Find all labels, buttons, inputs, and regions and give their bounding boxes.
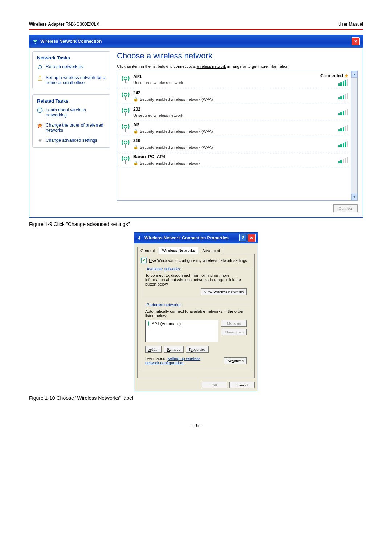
antenna-icon: ❙ <box>147 321 150 326</box>
signal-bars-icon <box>338 93 348 99</box>
lock-icon: 🔒 <box>133 145 138 149</box>
learn-link[interactable]: Learn about setting up wireless network … <box>145 356 211 365</box>
svg-rect-10 <box>125 128 126 132</box>
use-windows-checkbox[interactable]: ✔ Use Windows to configure my wireless n… <box>141 258 251 263</box>
page-number: - 16 - <box>29 423 363 428</box>
change-order[interactable]: Change the order of preferred networks <box>37 123 106 133</box>
signal-bars-icon <box>338 141 348 147</box>
network-item[interactable]: 219 🔒Security-enabled wireless network (… <box>117 136 351 152</box>
move-down-button[interactable]: Move down <box>221 329 247 335</box>
lock-icon: 🔒 <box>133 97 138 102</box>
star-icon: ★ <box>344 73 348 78</box>
add-button[interactable]: Add... <box>145 346 162 353</box>
setup-icon <box>37 75 43 81</box>
network-security: Unsecured wireless network <box>133 113 338 118</box>
change-advanced-settings[interactable]: Change advanced settings <box>37 138 106 144</box>
svg-point-13 <box>124 157 127 160</box>
properties-button[interactable]: Properties <box>186 346 209 353</box>
header-right: User Manual <box>338 22 363 27</box>
remove-button[interactable]: Remove <box>164 346 184 353</box>
svg-rect-8 <box>125 112 126 116</box>
svg-point-7 <box>124 109 127 112</box>
ok-button[interactable]: OK <box>202 382 227 388</box>
tab-general[interactable]: General <box>137 247 158 254</box>
scroll-down-icon[interactable]: ▼ <box>351 194 357 200</box>
available-networks-legend: Available networks: <box>145 267 183 271</box>
down-arrow-icon <box>136 235 142 241</box>
signal-bars-icon <box>338 109 348 115</box>
network-item[interactable]: 202 Unsecured wireless network <box>117 104 351 120</box>
network-security: 🔒Security-enabled wireless network (WPA) <box>133 145 338 149</box>
scroll-up-icon[interactable]: ▲ <box>351 71 357 78</box>
svg-point-5 <box>124 93 127 96</box>
signal-bars-icon <box>338 125 348 131</box>
dialog-close-button[interactable]: ✕ <box>248 234 256 242</box>
signal-icon <box>120 138 131 149</box>
preferred-list[interactable]: ❙ AP1 (Automatic) <box>145 320 218 342</box>
network-list[interactable]: AP1 Unsecured wireless network Connected… <box>117 71 358 201</box>
signal-icon <box>120 106 131 118</box>
svg-rect-14 <box>125 160 126 164</box>
network-item[interactable]: AP 🔒Security-enabled wireless network (W… <box>117 120 351 136</box>
window-title: Wireless Network Connection <box>40 39 102 44</box>
cancel-button[interactable]: Cancel <box>229 382 255 388</box>
list-item[interactable]: ❙ AP1 (Automatic) <box>146 320 218 327</box>
checkbox-icon: ✔ <box>141 258 147 263</box>
properties-dialog: Wireless Network Connection Properties ?… <box>134 232 258 391</box>
network-item[interactable]: 242 🔒Security-enabled wireless network (… <box>117 88 351 104</box>
preferred-networks-legend: Preferred networks: <box>145 303 183 307</box>
network-name: 219 <box>133 138 338 143</box>
connect-button[interactable]: Connect <box>333 204 358 212</box>
network-item[interactable]: AP1 Unsecured wireless network Connected… <box>117 71 351 88</box>
wireless-connection-window: Wireless Network Connection ✕ Network Ta… <box>29 35 363 218</box>
network-security: 🔒Security-enabled wireless network (WPA) <box>133 97 338 102</box>
signal-bars-icon <box>338 157 348 163</box>
signal-bars-icon <box>338 79 348 86</box>
hint-text: Click an item in the list below to conne… <box>117 64 358 69</box>
connected-label: Connected ★ <box>320 73 348 78</box>
setup-wireless-network[interactable]: Set up a wireless network for a home or … <box>37 75 106 85</box>
titlebar[interactable]: Wireless Network Connection ✕ <box>29 35 363 48</box>
close-button[interactable]: ✕ <box>352 37 360 45</box>
signal-icon <box>120 154 131 165</box>
info-icon: i <box>37 107 43 113</box>
network-name: Baron_PC_AP4 <box>133 154 338 159</box>
signal-icon <box>120 90 131 102</box>
view-wireless-networks-button[interactable]: View Wireless Networks <box>201 288 247 295</box>
learn-wireless[interactable]: i Learn about wireless networking <box>37 107 106 118</box>
network-name: AP <box>133 122 338 127</box>
figure-1-9-caption: Figure 1-9 Click "Change advanced settin… <box>29 221 363 227</box>
network-name: 242 <box>133 90 338 95</box>
move-up-button[interactable]: Move up <box>221 320 247 327</box>
svg-point-3 <box>124 77 127 80</box>
gear-icon <box>37 138 43 144</box>
scrollbar[interactable]: ▲ ▼ <box>351 71 357 200</box>
network-name: 202 <box>133 107 338 112</box>
related-tasks-title: Related Tasks <box>37 98 106 104</box>
network-security: Unsecured wireless network <box>133 81 320 85</box>
refresh-icon <box>37 64 43 70</box>
svg-point-11 <box>124 141 127 144</box>
svg-rect-4 <box>125 80 126 83</box>
svg-point-9 <box>124 125 127 128</box>
tab-advanced[interactable]: Advanced <box>199 247 223 254</box>
network-item[interactable]: Baron_PC_AP4 🔒Security-enabled wireless … <box>117 152 351 168</box>
dialog-title: Wireless Network Connection Properties <box>144 235 229 241</box>
network-security: 🔒Security-enabled wireless network (WPA) <box>133 129 338 134</box>
network-security: 🔒Security-enabled wireless network <box>133 161 338 165</box>
tab-wireless-networks[interactable]: Wireless Networks <box>159 247 198 254</box>
help-button[interactable]: ? <box>239 234 246 241</box>
svg-rect-6 <box>125 96 126 100</box>
available-networks-text: To connect to, disconnect from, or find … <box>145 273 247 286</box>
header-product: Wireless Adapter RNX-G300EX/LX <box>29 22 99 27</box>
lock-icon: 🔒 <box>133 161 138 165</box>
advanced-button[interactable]: Advanced <box>224 357 247 364</box>
figure-1-10-caption: Figure 1-10 Choose "Wireless Networks" l… <box>29 395 363 401</box>
lock-icon: 🔒 <box>133 129 138 134</box>
svg-text:i: i <box>40 108 41 112</box>
signal-icon <box>120 122 131 134</box>
network-name: AP1 <box>133 74 320 79</box>
refresh-network-list[interactable]: Refresh network list <box>37 64 106 70</box>
choose-network-heading: Choose a wireless network <box>117 51 358 61</box>
svg-rect-12 <box>125 144 126 148</box>
